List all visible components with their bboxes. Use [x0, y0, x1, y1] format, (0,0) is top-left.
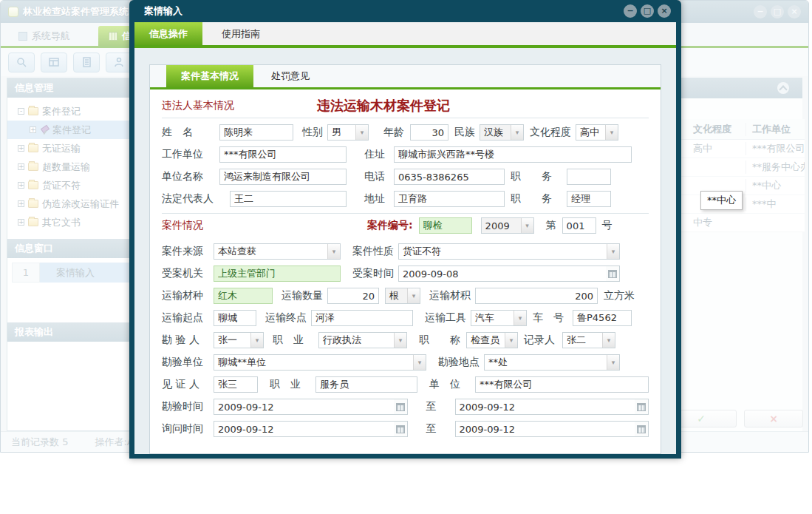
accept-time-label: 受案时间: [352, 267, 398, 280]
survey-time-from[interactable]: 2009-09-12: [214, 399, 408, 415]
modal-titlebar[interactable]: 案情输入 − □ ×: [129, 0, 681, 22]
calendar-icon[interactable]: [394, 399, 407, 414]
nature-label: 案件性质: [352, 245, 398, 258]
company-label: 单位名称: [162, 170, 219, 183]
volume-input[interactable]: [475, 288, 598, 304]
witness-input[interactable]: [214, 376, 258, 393]
no-suffix: 号: [602, 219, 613, 232]
close-icon[interactable]: ×: [658, 4, 671, 18]
company-input[interactable]: [219, 169, 347, 185]
chevron-down-icon: ▾: [514, 311, 526, 325]
calendar-icon[interactable]: [635, 399, 648, 414]
plate-label: 车 号: [533, 311, 573, 325]
age-label: 年龄: [383, 126, 410, 139]
witness-unit-label: 单 位: [429, 378, 475, 391]
gender-select[interactable]: 男 ▾: [327, 124, 369, 141]
origin-input[interactable]: [214, 310, 256, 326]
witness-unit-input[interactable]: [475, 376, 649, 393]
calendar-icon[interactable]: [394, 422, 407, 436]
home-addr-label: 住址: [364, 148, 394, 161]
work-unit-input[interactable]: [219, 146, 347, 163]
case-no-year-select[interactable]: 2009 ▾: [481, 217, 534, 234]
tab-info-operate[interactable]: 信息操作: [134, 22, 202, 45]
witness-label: 见 证 人: [162, 378, 214, 391]
survey-unit-select[interactable]: 聊城**单位 ▾: [214, 354, 426, 371]
accept-time-datefield[interactable]: 2009-09-08: [398, 266, 620, 282]
phone-label: 电话: [364, 170, 394, 183]
survey-place-select[interactable]: **处 ▾: [484, 354, 620, 371]
chevron-down-icon: ▾: [607, 355, 619, 370]
inquiry-time-from[interactable]: 2009-09-12: [214, 421, 408, 437]
dest-label: 运输终点: [265, 311, 311, 325]
screen: 林业检查站案件管理系统 − □ × 系统导航 信息操作: [0, 0, 812, 514]
modal-tabbar: 信息操作 使用指南: [134, 22, 676, 45]
tab-penalty-opinion[interactable]: 处罚意见: [253, 65, 327, 87]
occupation1-select[interactable]: 行政执法 ▾: [318, 332, 407, 348]
occupation2-input[interactable]: [315, 376, 417, 393]
surveyor-select[interactable]: 张一 ▾: [214, 332, 264, 348]
work-unit-label: 工作单位: [162, 148, 219, 161]
tab-user-guide[interactable]: 使用指南: [202, 22, 279, 45]
chevron-down-icon: ▾: [355, 125, 368, 140]
legal-rep-input[interactable]: [230, 191, 347, 207]
occupation1-label: 职 业: [273, 334, 318, 347]
inquiry-time-label: 询问时间: [162, 422, 214, 436]
company-addr-input[interactable]: [394, 191, 505, 207]
modal-title: 案情输入: [144, 4, 182, 18]
chevron-down-icon: ▾: [250, 333, 263, 348]
phone-input[interactable]: [394, 169, 505, 185]
wood-input[interactable]: [214, 288, 273, 304]
tab-case-basic[interactable]: 案件基本情况: [166, 65, 253, 87]
calendar-icon[interactable]: [635, 422, 648, 436]
duty2-label: 职 务: [511, 192, 567, 206]
form-title: 违法运输木材案件登记: [317, 97, 450, 115]
inquiry-time-to[interactable]: 2009-09-12: [455, 421, 649, 437]
survey-time-label: 勘验时间: [162, 400, 214, 413]
origin-label: 运输起点: [162, 311, 214, 325]
vehicle-select[interactable]: 汽车 ▾: [471, 310, 527, 326]
qty-label: 运输数量: [282, 289, 327, 302]
nation-select[interactable]: 汉族 ▾: [480, 124, 524, 141]
recorder-label: 记录人: [524, 334, 562, 347]
accept-org-input[interactable]: [214, 266, 341, 282]
job-title-select[interactable]: 检查员 ▾: [466, 332, 518, 348]
inner-tabbar: 案件基本情况 处罚意见: [150, 65, 661, 87]
chevron-down-icon: ▾: [413, 355, 426, 370]
wood-label: 运输材种: [162, 289, 214, 302]
chevron-down-icon: ▾: [602, 333, 615, 348]
dest-input[interactable]: [311, 310, 413, 326]
volume-label: 运输材积: [429, 289, 475, 302]
recorder-select[interactable]: 张二 ▾: [562, 332, 615, 348]
nature-select[interactable]: 货证不符 ▾: [398, 243, 620, 260]
chevron-down-icon: ▾: [407, 288, 420, 303]
minimize-icon[interactable]: −: [624, 4, 637, 18]
chevron-down-icon: ▾: [521, 218, 533, 233]
survey-unit-label: 勘验单位: [162, 356, 214, 369]
age-input[interactable]: [410, 124, 448, 141]
name-input[interactable]: [219, 124, 293, 141]
case-input-dialog: 案情输入 − □ × 信息操作 使用指南 案件基本情况 处罚意见: [129, 0, 681, 459]
qty-input[interactable]: [327, 288, 379, 304]
duty2-input[interactable]: [567, 191, 611, 207]
source-select[interactable]: 本站查获 ▾: [214, 243, 341, 260]
survey-time-to[interactable]: 2009-09-12: [455, 399, 649, 415]
job-title-label: 职 称: [419, 334, 466, 347]
qty-unit-select[interactable]: 根 ▾: [385, 288, 420, 304]
home-addr-input[interactable]: [394, 146, 632, 163]
source-label: 案件来源: [162, 245, 214, 258]
surveyor-label: 勘 验 人: [162, 334, 214, 347]
education-select[interactable]: 高中 ▾: [576, 124, 618, 141]
maximize-icon[interactable]: □: [641, 4, 654, 18]
education-label: 文化程度: [530, 126, 576, 139]
chevron-down-icon: ▾: [327, 244, 340, 259]
chevron-down-icon: ▾: [505, 333, 517, 348]
accept-org-label: 受案机关: [162, 267, 214, 280]
case-no-label: 案件编号:: [367, 219, 413, 232]
no-prefix: 第: [546, 219, 556, 232]
nation-label: 民族: [454, 126, 480, 139]
duty-input[interactable]: [567, 169, 611, 185]
case-no-region-input[interactable]: [419, 217, 472, 234]
case-no-number-input[interactable]: [562, 217, 596, 234]
calendar-icon[interactable]: [606, 266, 619, 281]
plate-input[interactable]: [573, 310, 632, 326]
